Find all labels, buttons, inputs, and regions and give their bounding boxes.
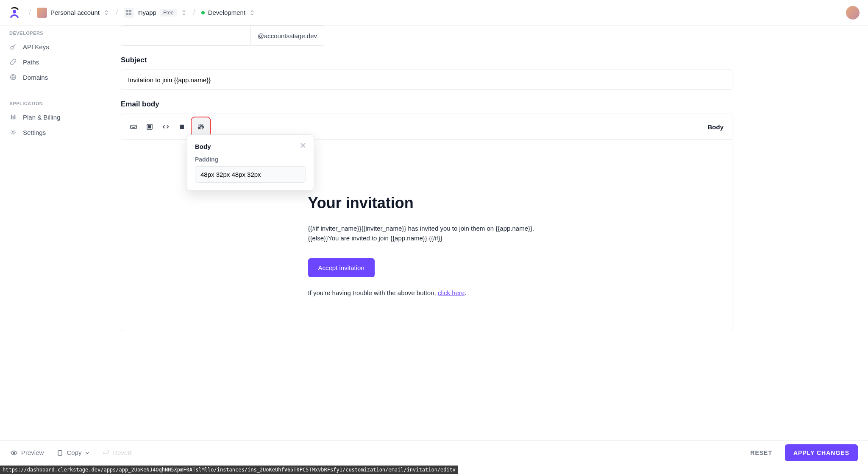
sidebar-item-label: Plan & Billing xyxy=(23,114,60,121)
toolbar-code-button[interactable] xyxy=(159,120,173,134)
billing-icon xyxy=(9,113,17,121)
svg-point-16 xyxy=(200,125,202,127)
section-label-application: APPLICATION xyxy=(0,98,112,109)
breadcrumb-sep: / xyxy=(29,8,31,17)
sidebar-item-label: Settings xyxy=(23,129,46,136)
subject-label: Subject xyxy=(121,56,732,64)
email-body-line: {{#if inviter_name}}{{inviter_name}} has… xyxy=(308,225,534,232)
breadcrumb-sep: / xyxy=(193,8,195,17)
environment-label: Development xyxy=(208,9,245,16)
app-selector[interactable]: myapp Free xyxy=(124,8,187,18)
from-input[interactable] xyxy=(121,25,250,46)
padding-input[interactable] xyxy=(195,166,306,183)
svg-rect-13 xyxy=(148,125,151,128)
account-avatar xyxy=(37,8,47,18)
topbar: / Personal account / myapp Free / Develo… xyxy=(0,0,868,25)
padding-label: Padding xyxy=(195,156,306,163)
svg-rect-1 xyxy=(126,10,128,12)
from-field-group: @accountsstage.dev xyxy=(121,25,324,46)
email-editor: Body Body Padding Your invitation {{#if … xyxy=(121,114,732,331)
chevron-updown-icon xyxy=(249,9,256,16)
svg-point-10 xyxy=(12,131,14,134)
globe-icon xyxy=(9,73,17,81)
toolbar-container-button[interactable] xyxy=(142,120,157,134)
stop-icon xyxy=(180,125,184,129)
account-selector[interactable]: Personal account xyxy=(37,8,110,18)
plan-badge: Free xyxy=(160,9,177,17)
code-icon xyxy=(162,123,170,131)
svg-rect-3 xyxy=(126,13,128,15)
svg-rect-14 xyxy=(180,125,184,129)
email-help-text: If you're having trouble with the above … xyxy=(308,289,545,296)
help-prefix: If you're having trouble with the above … xyxy=(308,289,438,296)
svg-point-5 xyxy=(11,47,13,49)
sidebar-item-label: Domains xyxy=(23,74,48,81)
sidebar: DEVELOPERS API Keys Paths Domains APPLIC… xyxy=(0,25,112,440)
environment-selector[interactable]: Development xyxy=(201,9,256,16)
chevron-updown-icon xyxy=(181,9,187,16)
body-settings-popover: Body Padding xyxy=(187,134,314,191)
user-avatar[interactable] xyxy=(846,6,860,20)
sidebar-item-label: API Keys xyxy=(23,43,49,50)
body-label: Email body xyxy=(121,100,732,109)
status-dot-icon xyxy=(201,11,205,14)
sidebar-item-api-keys[interactable]: API Keys xyxy=(0,39,112,54)
svg-rect-2 xyxy=(129,10,131,12)
svg-point-17 xyxy=(202,126,204,128)
svg-rect-8 xyxy=(13,116,14,119)
email-body-line: {{else}}You are invited to join {{app.na… xyxy=(308,234,442,242)
svg-rect-11 xyxy=(131,125,136,128)
toolbar-stop-button[interactable] xyxy=(175,120,189,134)
subject-input[interactable] xyxy=(121,70,732,90)
sidebar-item-paths[interactable]: Paths xyxy=(0,54,112,70)
key-icon xyxy=(9,43,17,50)
help-suffix: . xyxy=(465,289,466,296)
help-link[interactable]: click here xyxy=(438,289,465,296)
sidebar-item-domains[interactable]: Domains xyxy=(0,70,112,85)
breadcrumb-sep: / xyxy=(116,8,118,17)
accept-invitation-button[interactable]: Accept invitation xyxy=(308,258,375,277)
popover-title: Body xyxy=(195,143,211,150)
svg-rect-7 xyxy=(11,115,12,120)
close-icon xyxy=(300,142,306,148)
app-name: myapp xyxy=(137,9,156,16)
svg-rect-9 xyxy=(14,115,16,120)
sidebar-item-settings[interactable]: Settings xyxy=(0,125,112,140)
toolbar-keyboard-button[interactable] xyxy=(126,120,141,134)
logo-icon[interactable] xyxy=(8,7,20,19)
email-title: Your invitation xyxy=(308,194,545,212)
popover-close-button[interactable] xyxy=(300,142,306,150)
app-icon xyxy=(124,8,134,18)
toolbar-settings-button[interactable] xyxy=(191,117,211,137)
from-domain: @accountsstage.dev xyxy=(250,25,324,46)
svg-point-15 xyxy=(198,127,200,129)
gear-icon xyxy=(9,128,17,136)
sidebar-item-plan-billing[interactable]: Plan & Billing xyxy=(0,109,112,125)
main-content: @accountsstage.dev Subject Email body xyxy=(112,25,758,440)
sliders-icon xyxy=(197,123,205,131)
container-icon xyxy=(146,123,153,130)
section-label-developers: DEVELOPERS xyxy=(0,27,112,39)
breadcrumb: / Personal account / myapp Free / Develo… xyxy=(29,8,846,18)
email-body-text: {{#if inviter_name}}{{inviter_name}} has… xyxy=(308,224,545,243)
account-label: Personal account xyxy=(50,9,100,16)
svg-point-0 xyxy=(13,10,16,13)
keyboard-icon xyxy=(130,123,137,131)
chevron-updown-icon xyxy=(103,9,110,16)
link-icon xyxy=(9,58,17,66)
sidebar-item-label: Paths xyxy=(23,59,39,66)
svg-rect-4 xyxy=(129,13,131,15)
toolbar-breadcrumb-label: Body xyxy=(708,123,727,131)
